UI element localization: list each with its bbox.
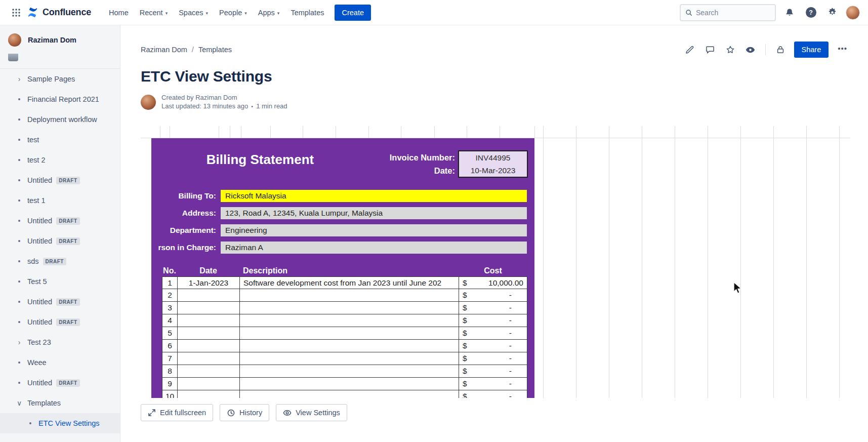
nav-item-recent[interactable]: Recent▾ xyxy=(134,5,173,21)
table-row: 3 $ - xyxy=(162,302,527,314)
spreadsheet-macro[interactable]: Billing Statement Invoice Number: Date: … xyxy=(141,126,850,398)
cell-no: 1 xyxy=(162,276,177,289)
field-value-cell: Ricksoft Malaysia xyxy=(221,190,527,202)
sidebar-item-label: Test 5 xyxy=(27,277,47,286)
help-button[interactable] xyxy=(803,5,818,20)
button-label: View Settings xyxy=(296,409,340,417)
eye-icon xyxy=(745,45,756,55)
sidebar-item-label: Test 23 xyxy=(27,338,51,346)
app-switcher-button[interactable] xyxy=(8,5,24,21)
cell-cost: $ - xyxy=(459,340,527,352)
tree-marker-icon: • xyxy=(15,277,23,286)
draft-badge: DRAFT xyxy=(43,258,66,265)
sidebar-page-item[interactable]: • ETC View Settings xyxy=(0,413,120,433)
confluence-logo[interactable]: Confluence xyxy=(26,6,91,19)
nav-label: Templates xyxy=(291,9,324,17)
more-button[interactable]: ••• xyxy=(834,42,851,58)
sidebar-item-label: Untitled xyxy=(27,217,52,225)
header-cost: Cost xyxy=(459,265,527,276)
table-row: 4 $ - xyxy=(162,314,527,327)
cell-date xyxy=(177,327,239,340)
gridline xyxy=(241,126,241,138)
header-no: No. xyxy=(162,265,177,276)
sidebar-page-item[interactable]: • test xyxy=(0,130,120,150)
sidebar-item-label: test xyxy=(27,136,39,144)
draft-badge: DRAFT xyxy=(56,298,79,306)
byline: Created by Raziman Dom Last updated: 13 … xyxy=(141,93,851,111)
history-button[interactable]: History xyxy=(220,404,269,421)
confluence-wordmark: Confluence xyxy=(43,7,91,18)
table-row: 5 $ - xyxy=(162,327,527,340)
watch-button[interactable] xyxy=(742,42,759,58)
create-button[interactable]: Create xyxy=(335,5,371,21)
macro-actions: Edit fullscreen History View Settings xyxy=(141,404,851,421)
last-updated-text[interactable]: Last updated: 13 minutes ago xyxy=(161,102,248,110)
comments-button[interactable] xyxy=(701,42,719,58)
cost-amount: - xyxy=(509,314,512,327)
sidebar-page-item[interactable]: • test 1 xyxy=(0,190,120,211)
sidebar-page-item[interactable]: • Financial Report 2021 xyxy=(0,89,120,109)
actions-divider xyxy=(765,44,766,55)
sidebar-page-item[interactable]: • Untitled DRAFT xyxy=(0,231,120,251)
sidebar-clipped-item xyxy=(0,54,120,69)
sidebar-page-item[interactable]: • Untitled DRAFT xyxy=(0,211,120,231)
favourite-button[interactable] xyxy=(722,42,739,58)
cell-date xyxy=(177,302,239,314)
sidebar-page-item[interactable]: • Deployment workflow xyxy=(0,109,120,130)
sidebar-page-item[interactable]: • Test 5 xyxy=(0,271,120,292)
settings-button[interactable] xyxy=(824,5,840,20)
nav-item-people[interactable]: People▾ xyxy=(214,5,253,21)
cell-date xyxy=(177,365,239,378)
sheet-column-gridlines xyxy=(543,126,850,398)
cell-description: Software development cost from Jan 2023 … xyxy=(239,276,459,289)
space-header[interactable]: Raziman Dom xyxy=(0,25,120,54)
sidebar-page-item[interactable]: • Untitled DRAFT xyxy=(0,312,120,332)
cell-cost: $ - xyxy=(459,365,527,378)
currency-symbol: $ xyxy=(463,314,467,327)
sidebar-page-item[interactable]: • Untitled DRAFT xyxy=(0,373,120,393)
top-navigation: Confluence Home Recent▾ Spaces▾ People▾ … xyxy=(0,0,868,25)
chevron-down-icon: ▾ xyxy=(277,11,280,16)
nav-label: Spaces xyxy=(179,9,203,17)
draft-badge: DRAFT xyxy=(56,237,79,245)
user-avatar[interactable] xyxy=(846,6,860,20)
gridline xyxy=(336,126,336,138)
cost-amount: - xyxy=(509,289,512,301)
sidebar-page-item[interactable]: • test 2 xyxy=(0,150,120,170)
items-table-header: No. Date Description Cost xyxy=(162,265,527,276)
search-input[interactable] xyxy=(696,9,770,17)
pencil-icon xyxy=(685,45,695,55)
cell-no: 5 xyxy=(162,327,177,340)
view-settings-button[interactable]: View Settings xyxy=(276,404,347,421)
sidebar-item-label: Templates xyxy=(27,399,61,407)
sidebar-page-item[interactable]: • Untitled DRAFT xyxy=(0,170,120,190)
currency-symbol: $ xyxy=(463,352,467,365)
breadcrumb-separator: / xyxy=(192,46,194,54)
edit-fullscreen-button[interactable]: Edit fullscreen xyxy=(141,404,213,421)
nav-item-apps[interactable]: Apps▾ xyxy=(253,5,285,21)
cell-cost: $ - xyxy=(459,314,527,327)
breadcrumb-space-link[interactable]: Raziman Dom xyxy=(141,46,187,54)
restrictions-button[interactable] xyxy=(772,42,789,58)
notifications-button[interactable] xyxy=(782,5,797,20)
nav-item-home[interactable]: Home xyxy=(103,5,134,21)
cost-amount: - xyxy=(509,365,512,377)
nav-item-templates[interactable]: Templates xyxy=(285,5,329,21)
sidebar-page-item[interactable]: • Weee xyxy=(0,352,120,373)
sidebar-page-item[interactable]: • Untitled DRAFT xyxy=(0,292,120,312)
page-content: Raziman Dom / Templates xyxy=(120,25,868,442)
page-title: ETC View Settings xyxy=(141,68,851,85)
author-avatar xyxy=(141,95,156,110)
sidebar-page-item[interactable]: › Sample Pages xyxy=(0,69,120,89)
confluence-logo-icon xyxy=(26,6,39,19)
read-time-text: 1 min read xyxy=(256,102,287,110)
nav-item-spaces[interactable]: Spaces▾ xyxy=(173,5,214,21)
nav-label: Home xyxy=(109,9,129,17)
cost-amount: - xyxy=(509,378,512,390)
sidebar-page-item[interactable]: › Test 23 xyxy=(0,332,120,352)
share-button[interactable]: Share xyxy=(794,42,829,58)
breadcrumb-section-link[interactable]: Templates xyxy=(198,46,232,54)
sidebar-page-item[interactable]: • sds DRAFT xyxy=(0,251,120,271)
sidebar-page-item[interactable]: ∨ Templates xyxy=(0,393,120,413)
edit-button[interactable] xyxy=(681,42,698,58)
